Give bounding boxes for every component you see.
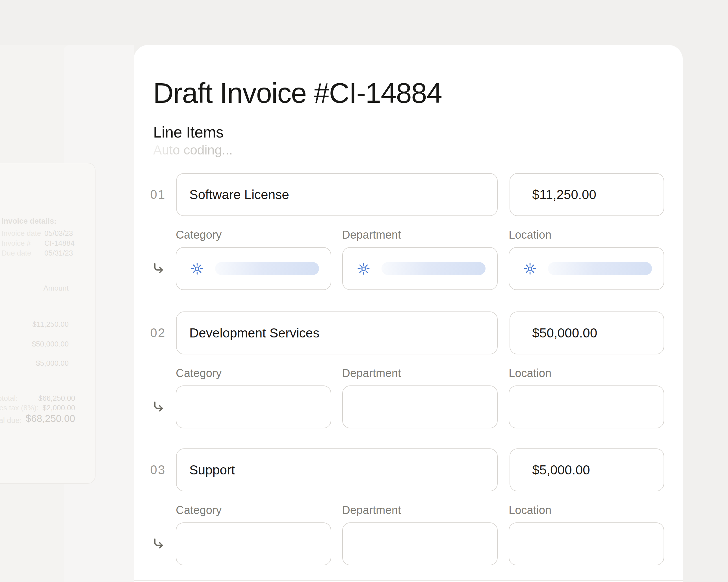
sub-row-arrow-icon bbox=[152, 262, 164, 275]
category-label: Category bbox=[176, 504, 222, 516]
sales-tax-value: $2,000.00 bbox=[43, 404, 75, 412]
department-field[interactable] bbox=[342, 522, 498, 565]
invoice-date-value: 05/03/23 bbox=[44, 229, 73, 238]
description-input[interactable]: Development Services bbox=[176, 311, 498, 354]
amount-row: $11,250.00 bbox=[32, 320, 69, 329]
department-field[interactable] bbox=[342, 385, 498, 428]
amount-value: $11,250.00 bbox=[510, 174, 664, 216]
line-items-heading: Line Items bbox=[153, 123, 224, 141]
invoice-number-value: CI-14884 bbox=[44, 239, 75, 248]
invoice-number-label: Invoice # bbox=[1, 239, 31, 248]
sub-row-arrow-icon bbox=[152, 401, 164, 413]
invoice-date-label: Invoice date bbox=[1, 229, 41, 238]
page-title: Draft Invoice #CI-14884 bbox=[153, 78, 442, 108]
loading-shimmer bbox=[548, 262, 652, 275]
source-invoice-panel: Invoice details: Invoice date 05/03/23 I… bbox=[0, 163, 96, 484]
amount-column-header: Amount bbox=[43, 284, 69, 293]
line-item-row: 03 Support $5,000.00 Category Department… bbox=[134, 448, 683, 565]
line-item-row: 01 Software License $11,250.00 Category … bbox=[134, 173, 683, 290]
ai-sparkle-icon bbox=[523, 262, 537, 275]
location-field[interactable] bbox=[509, 385, 664, 428]
amount-input[interactable]: $50,000.00 bbox=[510, 311, 664, 354]
location-field[interactable] bbox=[509, 522, 664, 565]
description-value: Development Services bbox=[177, 312, 497, 354]
department-label: Department bbox=[342, 504, 401, 516]
description-input[interactable]: Support bbox=[176, 448, 498, 491]
category-field-loading[interactable] bbox=[176, 247, 331, 290]
description-value: Software License bbox=[177, 174, 497, 216]
category-field[interactable] bbox=[176, 385, 331, 428]
subtotal-label: Subtotal: bbox=[0, 394, 18, 403]
department-label: Department bbox=[342, 228, 401, 241]
sales-tax-label: Sales tax (8%): bbox=[0, 404, 38, 412]
location-field-loading[interactable] bbox=[509, 247, 664, 290]
auto-coding-status: Auto coding... bbox=[153, 142, 233, 158]
department-field-loading[interactable] bbox=[342, 247, 498, 290]
line-item-number: 01 bbox=[150, 188, 166, 201]
due-date-value: 05/31/23 bbox=[44, 249, 73, 257]
total-due-label: Total due: bbox=[0, 416, 22, 425]
category-field[interactable] bbox=[176, 522, 331, 565]
draft-invoice-screen: Invoice details: Invoice date 05/03/23 I… bbox=[0, 0, 728, 582]
amount-value: $5,000.00 bbox=[510, 449, 664, 491]
department-label: Department bbox=[342, 367, 401, 379]
amount-row: $50,000.00 bbox=[32, 340, 69, 349]
total-due-value: $68,250.00 bbox=[26, 413, 75, 424]
line-item-number: 02 bbox=[150, 326, 166, 340]
amount-value: $50,000.00 bbox=[510, 312, 664, 354]
subtotal-value: $66,250.00 bbox=[38, 394, 75, 403]
location-label: Location bbox=[509, 367, 551, 379]
bottom-divider bbox=[134, 580, 683, 581]
sub-row-arrow-icon bbox=[152, 538, 164, 550]
amount-input[interactable]: $11,250.00 bbox=[510, 173, 664, 216]
ai-sparkle-icon bbox=[357, 262, 370, 275]
category-label: Category bbox=[176, 228, 222, 241]
loading-shimmer bbox=[215, 262, 319, 275]
invoice-details-heading: Invoice details: bbox=[1, 217, 56, 226]
line-item-number: 03 bbox=[150, 463, 166, 477]
category-label: Category bbox=[176, 367, 222, 379]
ai-sparkle-icon bbox=[190, 262, 204, 275]
due-date-label: Due date bbox=[1, 249, 31, 257]
amount-row: $5,000.00 bbox=[36, 359, 69, 368]
location-label: Location bbox=[509, 228, 551, 241]
description-input[interactable]: Software License bbox=[176, 173, 498, 216]
amount-input[interactable]: $5,000.00 bbox=[510, 448, 664, 491]
location-label: Location bbox=[509, 504, 551, 516]
loading-shimmer bbox=[382, 262, 486, 275]
description-value: Support bbox=[177, 449, 497, 491]
line-item-row: 02 Development Services $50,000.00 Categ… bbox=[134, 311, 683, 428]
